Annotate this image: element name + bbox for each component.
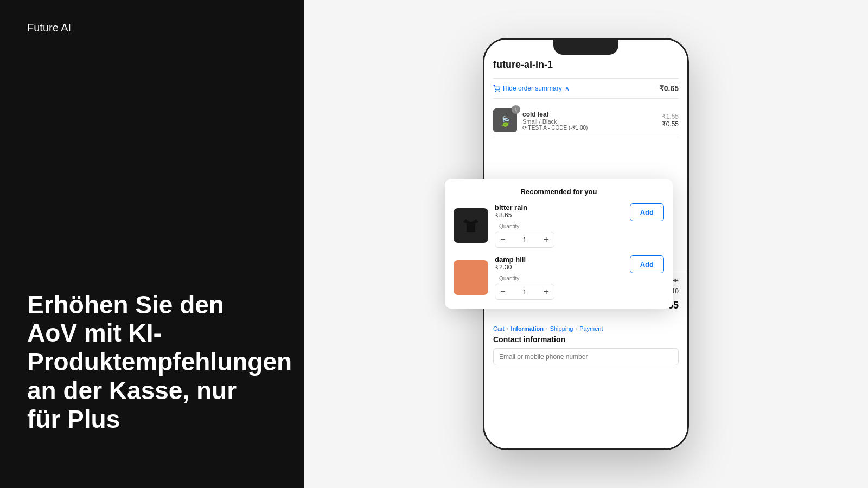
rec-item-1-qty-label: Quantity: [495, 274, 623, 281]
checkout-content: future-ai-in-1 Hide order summary ∧ ₹0.6…: [484, 40, 687, 146]
chevron-icon: ∧: [565, 85, 570, 92]
rec-item-0-add-button[interactable]: Add: [630, 203, 664, 221]
rec-item-0: bitter rain ₹8.65 Quantity − 1 + Add: [454, 203, 664, 248]
rec-item-0-price: ₹8.65: [495, 211, 623, 219]
recommendation-title: Recommended for you: [454, 188, 664, 196]
breadcrumb-information[interactable]: Information: [510, 325, 544, 332]
separator-3: ›: [575, 325, 577, 332]
rec-item-0-qty-control: − 1 +: [495, 232, 554, 248]
hide-order-summary-link[interactable]: Hide order summary ∧: [493, 85, 570, 92]
rec-item-1-name: damp hill: [495, 255, 623, 264]
breadcrumb-cart[interactable]: Cart: [493, 325, 505, 332]
breadcrumbs: Cart › Information › Shipping › Payment: [484, 320, 687, 335]
order-summary-label: Hide order summary: [503, 85, 562, 92]
rec-item-0-thumbnail: [454, 208, 488, 243]
contact-title: Contact information: [493, 335, 679, 344]
rec-item-1-add-button[interactable]: Add: [630, 255, 664, 273]
recommendation-card: Recommended for you bitter rain ₹8.65 Qu…: [445, 179, 673, 309]
rec-item-1-qty-wrapper: Quantity − 1 +: [495, 274, 623, 300]
rec-item-1-qty-plus[interactable]: +: [539, 284, 554, 299]
rec-item-1-price: ₹2.30: [495, 264, 623, 271]
headline: Erhöhen Sie den AoV mit KI-Produktempfeh…: [27, 291, 277, 434]
rec-item-0-qty-wrapper: Quantity − 1 +: [495, 222, 623, 248]
contact-input[interactable]: [493, 348, 679, 365]
left-panel: Future AI Erhöhen Sie den AoV mit KI-Pro…: [0, 0, 304, 488]
rec-item-1-qty-control: − 1 +: [495, 284, 554, 300]
svg-point-1: [499, 91, 499, 91]
rec-item-1-qty-value: 1: [510, 286, 539, 298]
item-badge: 1: [512, 105, 520, 114]
item-variant: Small / Black: [522, 118, 656, 125]
order-summary-price: ₹0.65: [659, 84, 679, 93]
item-info: cold leaf Small / Black ⟳ TEST A - CODE …: [522, 111, 656, 131]
contact-section: Contact information: [484, 335, 687, 371]
rec-item-1: damp hill ₹2.30 Quantity − 1 + Add: [454, 255, 664, 300]
order-item: 1 🍃 cold leaf Small / Black ⟳ TEST A - C…: [493, 104, 679, 137]
item-original-price: ₹1.55: [662, 113, 679, 120]
order-summary-bar[interactable]: Hide order summary ∧ ₹0.65: [493, 78, 679, 99]
item-discount: ⟳ TEST A - CODE (-₹1.00): [522, 125, 656, 131]
cart-icon: [493, 85, 500, 92]
rec-item-0-qty-label: Quantity: [495, 222, 623, 229]
tshirt-black-icon: [460, 215, 482, 236]
item-price: ₹1.55 ₹0.55: [662, 113, 679, 128]
rec-item-0-qty-minus[interactable]: −: [495, 232, 510, 247]
svg-point-0: [495, 91, 496, 91]
breadcrumb-payment[interactable]: Payment: [579, 325, 603, 332]
phone-notch: [553, 40, 618, 55]
rec-item-0-qty-plus[interactable]: +: [539, 232, 554, 247]
item-thumbnail: 1 🍃: [493, 108, 517, 132]
item-discounted-price: ₹0.55: [662, 120, 679, 128]
separator-1: ›: [507, 325, 509, 332]
phone-mockup: future-ai-in-1 Hide order summary ∧ ₹0.6…: [483, 38, 689, 450]
item-name: cold leaf: [522, 111, 656, 118]
rec-item-1-info: damp hill ₹2.30 Quantity − 1 +: [495, 255, 623, 300]
svg-text:🍃: 🍃: [499, 115, 512, 127]
rec-item-0-qty-value: 1: [510, 234, 539, 246]
tshirt-orange-icon: [460, 267, 482, 288]
logo: Future AI: [27, 22, 277, 34]
separator-2: ›: [546, 325, 548, 332]
rec-item-0-name: bitter rain: [495, 203, 623, 211]
rec-item-1-qty-minus[interactable]: −: [495, 284, 510, 299]
rec-item-0-info: bitter rain ₹8.65 Quantity − 1 +: [495, 203, 623, 248]
store-name: future-ai-in-1: [493, 59, 679, 70]
right-panel: future-ai-in-1 Hide order summary ∧ ₹0.6…: [304, 0, 868, 488]
rec-item-1-thumbnail: [454, 260, 488, 295]
breadcrumb-shipping[interactable]: Shipping: [550, 325, 573, 332]
